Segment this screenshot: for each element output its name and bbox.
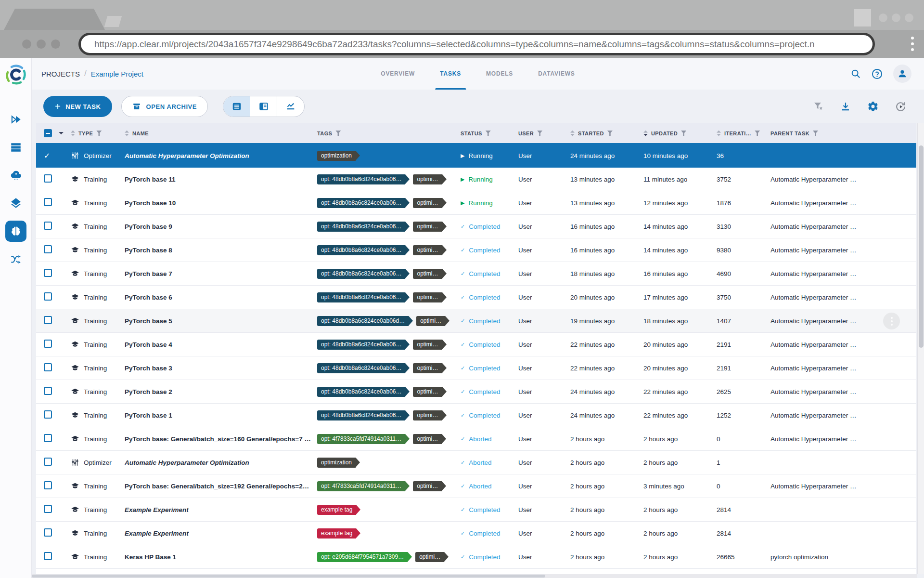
task-tag[interactable]: optimi… (416, 316, 445, 326)
task-tag[interactable]: optimi… (413, 387, 442, 397)
table-row[interactable]: TrainingKeras HP Base 1opt: e205d684f795… (36, 545, 916, 569)
task-name[interactable]: PyTorch base 10 (125, 199, 317, 207)
task-tag[interactable]: optimi… (413, 269, 442, 279)
vertical-scrollbar[interactable] (917, 123, 924, 574)
browser-buttons[interactable] (22, 39, 60, 49)
task-name[interactable]: PyTorch base 3 (125, 365, 317, 372)
task-tag[interactable]: optimi… (413, 434, 442, 444)
task-tag[interactable]: opt: 48db0b8a6c824ce0ab06… (317, 269, 405, 279)
task-tag[interactable]: opt: 48db0b8a6c824ce0ab06… (317, 245, 405, 255)
sort-icon[interactable] (643, 131, 648, 136)
filter-icon[interactable] (607, 131, 613, 136)
filter-icon[interactable] (813, 131, 818, 136)
row-checkbox[interactable] (44, 481, 52, 489)
split-view-button[interactable] (250, 96, 277, 117)
task-tag[interactable]: optimi… (415, 552, 444, 562)
task-tag[interactable]: opt: 48db0b8a6c824ce0ab06… (317, 292, 405, 302)
row-checkbox[interactable] (44, 387, 52, 395)
table-view-button[interactable] (223, 96, 250, 117)
tab-dataviews[interactable]: DATAVIEWS (526, 58, 588, 90)
task-tag[interactable]: opt: 4f7833ca5fd74914a0311… (317, 434, 405, 444)
tab-tasks[interactable]: TASKS (427, 58, 474, 90)
table-row[interactable]: TrainingPyTorch base 4opt: 48db0b8a6c824… (36, 333, 916, 356)
select-dropdown-caret-icon[interactable] (59, 132, 64, 134)
sort-icon[interactable] (71, 131, 75, 136)
sidebar-item-projects[interactable] (5, 221, 26, 242)
task-name[interactable]: PyTorch base 9 (125, 223, 317, 230)
task-tag[interactable]: optimi… (413, 481, 442, 491)
task-name[interactable]: Example Experiment (125, 530, 317, 537)
filter-icon[interactable] (537, 131, 542, 136)
filter-icon[interactable] (96, 131, 102, 136)
filter-icon[interactable] (755, 131, 760, 136)
row-checkbox[interactable] (44, 363, 52, 371)
row-checkbox[interactable] (44, 552, 52, 560)
row-checkbox[interactable] (44, 434, 52, 442)
task-name[interactable]: Keras HP Base 1 (125, 553, 317, 561)
tab-overview[interactable]: OVERVIEW (368, 58, 427, 90)
task-tag[interactable]: example tag (317, 505, 356, 515)
filter-icon[interactable] (486, 131, 491, 136)
task-tag[interactable]: opt: 48db0b8a6c824ce0ab06… (317, 387, 405, 397)
row-checkbox[interactable] (44, 245, 52, 253)
table-row[interactable]: TrainingPyTorch base 9opt: 48db0b8a6c824… (36, 215, 916, 238)
task-tag[interactable]: opt: 4f7833ca5fd74914a0311… (317, 481, 405, 491)
sidebar-item-getting-started[interactable] (5, 109, 26, 130)
horizontal-scrollbar[interactable] (32, 574, 917, 578)
browser-menu-icon[interactable] (911, 37, 914, 51)
window-control-dots[interactable] (879, 13, 913, 22)
task-name[interactable]: Example Experiment (125, 506, 317, 513)
task-tag[interactable]: opt: 48db0b8a6c824ce0ab06… (317, 340, 405, 350)
window-control-square[interactable] (854, 9, 871, 26)
task-tag[interactable]: optimi… (413, 363, 442, 373)
task-name[interactable]: PyTorch base 4 (125, 341, 317, 348)
task-tag[interactable]: optimization (317, 458, 356, 468)
table-row[interactable]: TrainingPyTorch base 11opt: 48db0b8a6c82… (36, 168, 916, 191)
table-row[interactable]: TrainingPyTorch base 1opt: 48db0b8a6c824… (36, 404, 916, 427)
task-tag[interactable]: opt: 48db0b8a6c824ce0ab06… (317, 410, 405, 420)
task-name[interactable]: PyTorch base 11 (125, 176, 317, 183)
task-tag[interactable]: opt: 48db0b8a6c824ce0ab06d… (317, 316, 409, 326)
task-tag[interactable]: optimi… (413, 174, 442, 184)
table-row[interactable]: TrainingPyTorch base 3opt: 48db0b8a6c824… (36, 356, 916, 380)
help-icon[interactable] (872, 68, 883, 79)
table-row[interactable]: ✓OptimizerAutomatic Hyperparameter Optim… (36, 144, 916, 168)
table-row[interactable]: TrainingPyTorch base 7opt: 48db0b8a6c824… (36, 262, 916, 286)
row-checkbox[interactable] (44, 174, 52, 183)
task-tag[interactable]: optimi… (413, 245, 442, 255)
row-checkbox[interactable] (44, 410, 52, 419)
table-row[interactable]: TrainingPyTorch base 2opt: 48db0b8a6c824… (36, 380, 916, 404)
sort-icon[interactable] (125, 131, 129, 136)
sidebar-item-datasets[interactable] (5, 193, 26, 214)
table-row[interactable]: TrainingExample Experimentexample tag✓Co… (36, 522, 916, 545)
table-row[interactable]: TrainingPyTorch base: General/batch_size… (36, 474, 916, 498)
task-name[interactable]: PyTorch base 6 (125, 294, 317, 301)
clear-filters-icon[interactable] (812, 101, 824, 112)
task-name[interactable]: Automatic Hyperparameter Optimization (125, 152, 317, 159)
task-name[interactable]: PyTorch base 2 (125, 388, 317, 395)
task-tag[interactable]: example tag (317, 528, 356, 539)
tab-models[interactable]: MODELS (474, 58, 526, 90)
task-tag[interactable]: optimi… (413, 410, 442, 420)
row-checkbox[interactable] (44, 458, 52, 466)
task-name[interactable]: PyTorch base: General/batch_size=192 Gen… (125, 483, 317, 490)
selected-check-icon[interactable]: ✓ (44, 152, 50, 160)
row-checkbox[interactable] (44, 198, 52, 206)
clearml-logo[interactable] (5, 64, 27, 88)
user-avatar[interactable] (893, 65, 911, 83)
task-tag[interactable]: optimization (317, 151, 356, 161)
table-row[interactable]: TrainingPyTorch base 6opt: 48db0b8a6c824… (36, 286, 916, 309)
vertical-scrollbar-thumb[interactable] (919, 145, 924, 348)
table-row[interactable]: TrainingPyTorch base: General/batch_size… (36, 427, 916, 451)
task-name[interactable]: PyTorch base 7 (125, 270, 317, 277)
row-checkbox[interactable] (44, 505, 52, 513)
row-checkbox[interactable] (44, 292, 52, 301)
task-name[interactable]: PyTorch base 1 (125, 412, 317, 419)
task-tag[interactable]: opt: 48db0b8a6c824ce0ab06… (317, 174, 405, 184)
auto-refresh-icon[interactable] (895, 101, 907, 113)
breadcrumb-projects[interactable]: PROJECTS (41, 70, 80, 78)
row-menu-button[interactable] (883, 313, 900, 329)
task-tag[interactable]: opt: 48db0b8a6c824ce0ab06… (317, 363, 405, 373)
task-tag[interactable]: optimi… (413, 198, 442, 208)
open-archive-button[interactable]: OPEN ARCHIVE (121, 96, 208, 117)
